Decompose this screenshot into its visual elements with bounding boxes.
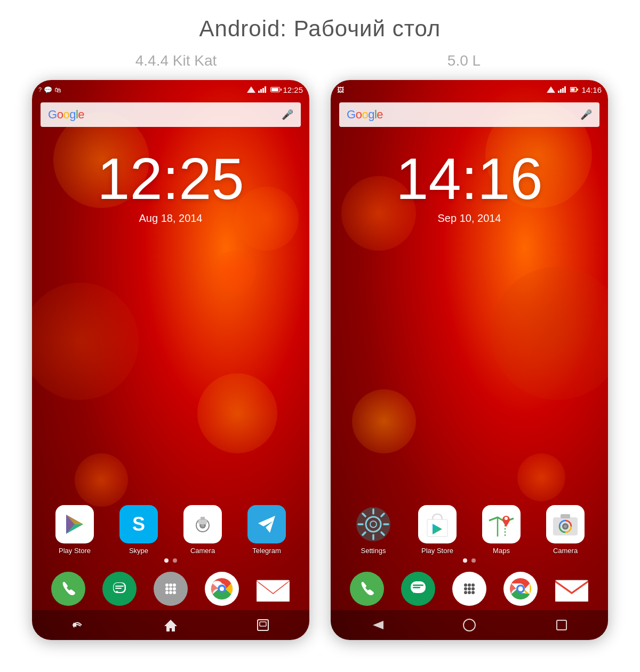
- status-bar-kitkat: ? 💬 🛍 12:25: [32, 80, 309, 99]
- svg-rect-1: [258, 91, 260, 93]
- svg-point-84: [471, 591, 475, 594]
- svg-point-25: [169, 587, 172, 590]
- app-camera-kitkat[interactable]: Camera: [176, 505, 229, 555]
- nav-back-kitkat[interactable]: [71, 618, 86, 633]
- app-label-skype-kitkat: Skype: [129, 547, 148, 555]
- nav-home-kitkat[interactable]: [163, 618, 178, 633]
- svg-point-82: [464, 591, 467, 594]
- svg-rect-3: [262, 88, 264, 93]
- svg-point-23: [173, 583, 176, 587]
- svg-rect-41: [558, 91, 559, 93]
- svg-rect-74: [413, 587, 420, 589]
- svg-point-83: [468, 591, 471, 594]
- nav-recents-kitkat[interactable]: [255, 618, 270, 633]
- nav-back-lollipop[interactable]: [370, 618, 385, 633]
- dock-gmail-kitkat[interactable]: [254, 570, 292, 608]
- mic-icon-lollipop[interactable]: 🎤: [580, 109, 592, 121]
- phone-kitkat: ? 💬 🛍 12:25 Google: [32, 80, 309, 640]
- app-maps-lollipop[interactable]: Maps: [475, 505, 528, 555]
- svg-rect-63: [489, 512, 514, 537]
- dock-apps-kitkat[interactable]: [151, 570, 190, 608]
- svg-point-28: [169, 591, 172, 594]
- svg-point-21: [165, 583, 169, 587]
- clock-time-lollipop: 14:16: [331, 149, 608, 208]
- dock-chrome-lollipop[interactable]: [501, 570, 540, 608]
- dock-chrome-kitkat[interactable]: [203, 570, 241, 608]
- dock-kitkat: [32, 570, 309, 608]
- svg-point-22: [169, 583, 172, 587]
- svg-point-80: [468, 587, 471, 590]
- svg-rect-18: [115, 586, 124, 587]
- clock-status-kitkat: 12:25: [283, 85, 303, 94]
- svg-point-65: [505, 517, 508, 520]
- svg-marker-40: [547, 86, 555, 93]
- svg-point-26: [173, 587, 176, 590]
- phone-lollipop: 🖼 ⚡ 14:16: [331, 80, 608, 640]
- svg-point-79: [464, 587, 467, 590]
- clock-date-lollipop: Sep 10, 2014: [331, 212, 608, 225]
- dock-phone-lollipop[interactable]: [348, 570, 386, 608]
- app-label-camera-lollipop: Camera: [553, 547, 578, 555]
- svg-point-29: [173, 591, 176, 594]
- app-label-telegram-kitkat: Telegram: [252, 547, 281, 555]
- app-label-camera-kitkat: Camera: [190, 547, 215, 555]
- page-dots-lollipop: [331, 558, 608, 563]
- search-bar-lollipop[interactable]: Google 🎤: [339, 102, 599, 127]
- svg-rect-34: [257, 580, 290, 602]
- svg-marker-0: [247, 86, 255, 93]
- svg-rect-19: [115, 588, 122, 589]
- svg-rect-2: [260, 89, 262, 93]
- svg-marker-15: [258, 516, 275, 533]
- status-bar-lollipop: 🖼 ⚡ 14:16: [331, 80, 608, 99]
- dock-phone-kitkat[interactable]: [49, 570, 87, 608]
- svg-point-24: [165, 587, 169, 590]
- dock-gmail-lollipop[interactable]: [553, 570, 591, 608]
- dock-lollipop: [331, 570, 608, 608]
- apps-row-lollipop: Settings Play Store: [331, 505, 608, 555]
- app-camera-lollipop[interactable]: Camera: [539, 505, 592, 555]
- clock-date-kitkat: Aug 18, 2014: [32, 212, 309, 225]
- page-dots-kitkat: [32, 558, 309, 563]
- version-lollipop: 5.0 L: [320, 52, 608, 69]
- app-telegram-kitkat[interactable]: Telegram: [240, 505, 293, 555]
- mic-icon-kitkat[interactable]: 🎤: [282, 109, 293, 121]
- clock-time-kitkat: 12:25: [32, 149, 309, 208]
- dock-apps-lollipop[interactable]: [450, 570, 489, 608]
- svg-rect-4: [265, 86, 266, 93]
- svg-point-87: [518, 587, 523, 591]
- svg-rect-73: [413, 585, 423, 586]
- svg-point-81: [471, 587, 475, 590]
- svg-rect-68: [561, 514, 570, 518]
- nav-recents-lollipop[interactable]: [554, 618, 569, 633]
- clock-lollipop: 14:16 Sep 10, 2014: [331, 149, 608, 225]
- svg-text:S: S: [132, 513, 145, 535]
- svg-rect-88: [555, 580, 588, 602]
- svg-rect-13: [201, 517, 205, 520]
- apps-row-kitkat: Play Store S Skype: [32, 505, 309, 555]
- svg-rect-92: [557, 620, 566, 630]
- page-title: Android: Рабочий стол: [0, 0, 640, 47]
- svg-point-33: [220, 587, 224, 591]
- app-settings-lollipop[interactable]: Settings: [347, 505, 400, 555]
- svg-point-78: [471, 583, 475, 587]
- svg-rect-39: [260, 622, 266, 626]
- app-play-store-lollipop[interactable]: Play Store: [411, 505, 464, 555]
- nav-bar-kitkat: [32, 610, 309, 640]
- dock-hangouts-lollipop[interactable]: [399, 570, 437, 608]
- dock-hangouts-kitkat[interactable]: [100, 570, 139, 608]
- svg-marker-37: [164, 620, 177, 631]
- app-skype-kitkat[interactable]: S Skype: [112, 505, 165, 555]
- svg-rect-42: [560, 89, 562, 93]
- svg-point-71: [564, 525, 567, 528]
- svg-rect-44: [564, 86, 566, 93]
- svg-rect-43: [562, 88, 564, 93]
- nav-home-lollipop[interactable]: [462, 618, 477, 633]
- search-bar-kitkat[interactable]: Google 🎤: [41, 102, 301, 127]
- svg-rect-38: [258, 620, 268, 630]
- svg-text:⚡: ⚡: [574, 88, 579, 92]
- svg-point-76: [464, 583, 467, 587]
- svg-point-77: [468, 583, 471, 587]
- app-play-store-kitkat[interactable]: Play Store: [48, 505, 101, 555]
- clock-status-lollipop: 14:16: [581, 85, 602, 94]
- svg-marker-90: [373, 621, 383, 629]
